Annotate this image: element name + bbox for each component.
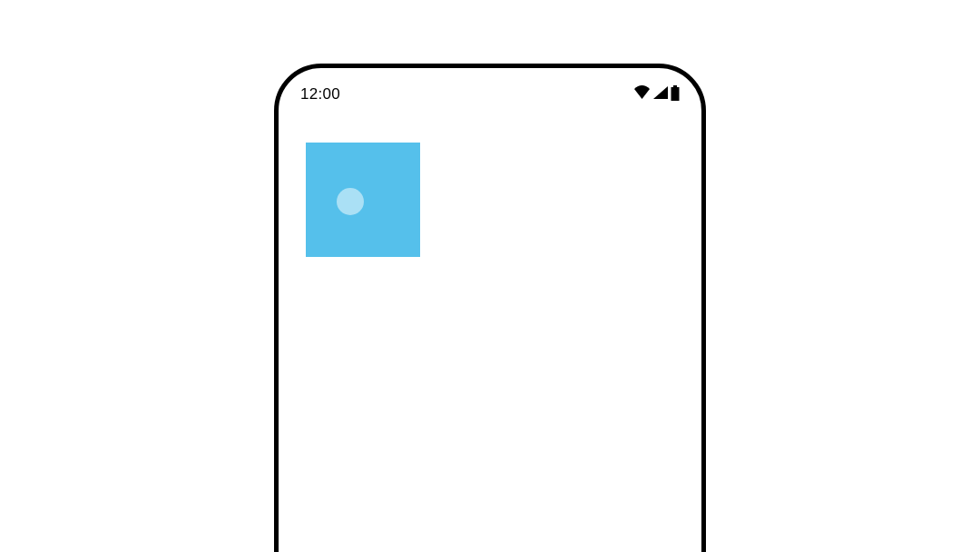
device-frame: 12:00 — [274, 64, 706, 552]
status-time: 12:00 — [300, 85, 340, 104]
status-bar: 12:00 — [279, 68, 701, 113]
draggable-square[interactable] — [306, 143, 420, 257]
battery-icon — [671, 85, 680, 104]
wifi-icon — [633, 85, 651, 104]
content-area — [279, 113, 701, 286]
svg-rect-1 — [671, 87, 680, 101]
cellular-icon — [652, 85, 669, 104]
status-icons — [633, 85, 680, 104]
touch-ripple-indicator — [337, 188, 364, 215]
svg-rect-0 — [673, 85, 677, 87]
